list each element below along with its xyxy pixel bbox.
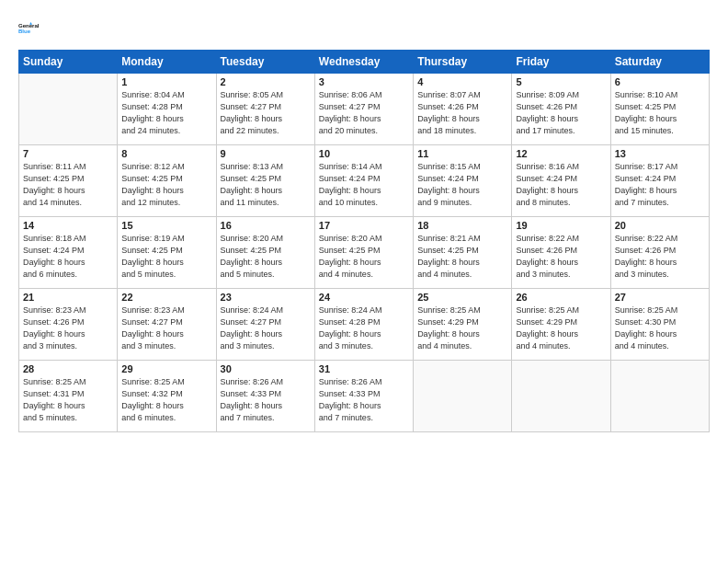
day-info: Sunrise: 8:25 AM Sunset: 4:30 PM Dayligh… bbox=[615, 304, 705, 352]
day-number: 23 bbox=[221, 292, 311, 303]
day-info: Sunrise: 8:10 AM Sunset: 4:25 PM Dayligh… bbox=[615, 89, 705, 137]
day-cell: 25Sunrise: 8:25 AM Sunset: 4:29 PM Dayli… bbox=[414, 289, 512, 361]
day-info: Sunrise: 8:06 AM Sunset: 4:27 PM Dayligh… bbox=[319, 89, 409, 137]
day-cell: 27Sunrise: 8:25 AM Sunset: 4:30 PM Dayli… bbox=[610, 289, 709, 361]
weekday-header-row: SundayMondayTuesdayWednesdayThursdayFrid… bbox=[19, 51, 710, 74]
day-info: Sunrise: 8:20 AM Sunset: 4:25 PM Dayligh… bbox=[221, 233, 311, 281]
day-number: 4 bbox=[417, 76, 507, 87]
day-cell: 22Sunrise: 8:23 AM Sunset: 4:27 PM Dayli… bbox=[118, 289, 216, 361]
day-cell: 17Sunrise: 8:20 AM Sunset: 4:25 PM Dayli… bbox=[314, 217, 413, 289]
day-number: 17 bbox=[319, 220, 409, 231]
day-cell: 11Sunrise: 8:15 AM Sunset: 4:24 PM Dayli… bbox=[414, 145, 512, 217]
day-info: Sunrise: 8:18 AM Sunset: 4:24 PM Dayligh… bbox=[23, 233, 113, 281]
day-number: 21 bbox=[23, 292, 113, 303]
day-info: Sunrise: 8:17 AM Sunset: 4:24 PM Dayligh… bbox=[615, 161, 705, 209]
day-cell: 6Sunrise: 8:10 AM Sunset: 4:25 PM Daylig… bbox=[610, 74, 709, 145]
day-cell bbox=[19, 74, 118, 145]
day-number: 10 bbox=[319, 148, 409, 159]
day-number: 8 bbox=[121, 148, 211, 159]
day-cell: 10Sunrise: 8:14 AM Sunset: 4:24 PM Dayli… bbox=[314, 145, 413, 217]
day-cell bbox=[512, 361, 610, 432]
day-info: Sunrise: 8:04 AM Sunset: 4:28 PM Dayligh… bbox=[121, 89, 211, 137]
day-cell: 20Sunrise: 8:22 AM Sunset: 4:26 PM Dayli… bbox=[610, 217, 709, 289]
day-info: Sunrise: 8:26 AM Sunset: 4:33 PM Dayligh… bbox=[221, 376, 311, 424]
day-cell: 26Sunrise: 8:25 AM Sunset: 4:29 PM Dayli… bbox=[512, 289, 610, 361]
day-number: 31 bbox=[319, 363, 409, 374]
week-row-2: 7Sunrise: 8:11 AM Sunset: 4:25 PM Daylig… bbox=[19, 145, 710, 217]
day-info: Sunrise: 8:24 AM Sunset: 4:27 PM Dayligh… bbox=[221, 304, 311, 352]
day-info: Sunrise: 8:22 AM Sunset: 4:26 PM Dayligh… bbox=[615, 233, 705, 281]
day-info: Sunrise: 8:25 AM Sunset: 4:29 PM Dayligh… bbox=[417, 304, 507, 352]
day-number: 6 bbox=[615, 76, 705, 87]
day-cell: 16Sunrise: 8:20 AM Sunset: 4:25 PM Dayli… bbox=[216, 217, 314, 289]
weekday-header-monday: Monday bbox=[118, 51, 216, 74]
day-number: 24 bbox=[319, 292, 409, 303]
day-number: 1 bbox=[121, 76, 211, 87]
day-number: 16 bbox=[221, 220, 311, 231]
day-number: 2 bbox=[221, 76, 311, 87]
week-row-5: 28Sunrise: 8:25 AM Sunset: 4:31 PM Dayli… bbox=[19, 361, 710, 432]
svg-text:Blue: Blue bbox=[18, 29, 31, 34]
day-cell: 3Sunrise: 8:06 AM Sunset: 4:27 PM Daylig… bbox=[314, 74, 413, 145]
day-number: 18 bbox=[417, 220, 507, 231]
day-cell: 7Sunrise: 8:11 AM Sunset: 4:25 PM Daylig… bbox=[19, 145, 118, 217]
day-info: Sunrise: 8:25 AM Sunset: 4:31 PM Dayligh… bbox=[23, 376, 113, 424]
day-cell: 30Sunrise: 8:26 AM Sunset: 4:33 PM Dayli… bbox=[216, 361, 314, 432]
day-info: Sunrise: 8:24 AM Sunset: 4:28 PM Dayligh… bbox=[319, 304, 409, 352]
day-number: 30 bbox=[221, 363, 311, 374]
day-number: 3 bbox=[319, 76, 409, 87]
weekday-header-thursday: Thursday bbox=[414, 51, 512, 74]
day-info: Sunrise: 8:13 AM Sunset: 4:25 PM Dayligh… bbox=[221, 161, 311, 209]
day-info: Sunrise: 8:14 AM Sunset: 4:24 PM Dayligh… bbox=[319, 161, 409, 209]
weekday-header-wednesday: Wednesday bbox=[314, 51, 413, 74]
day-cell: 18Sunrise: 8:21 AM Sunset: 4:25 PM Dayli… bbox=[414, 217, 512, 289]
day-info: Sunrise: 8:21 AM Sunset: 4:25 PM Dayligh… bbox=[417, 233, 507, 281]
day-cell: 15Sunrise: 8:19 AM Sunset: 4:25 PM Dayli… bbox=[118, 217, 216, 289]
day-number: 28 bbox=[23, 363, 113, 374]
weekday-header-friday: Friday bbox=[512, 51, 610, 74]
day-info: Sunrise: 8:05 AM Sunset: 4:27 PM Dayligh… bbox=[221, 89, 311, 137]
day-cell: 1Sunrise: 8:04 AM Sunset: 4:28 PM Daylig… bbox=[118, 74, 216, 145]
logo: General Blue bbox=[18, 15, 44, 40]
day-number: 11 bbox=[417, 148, 507, 159]
header: General Blue bbox=[18, 15, 710, 40]
day-cell: 14Sunrise: 8:18 AM Sunset: 4:24 PM Dayli… bbox=[19, 217, 118, 289]
day-info: Sunrise: 8:09 AM Sunset: 4:26 PM Dayligh… bbox=[516, 89, 606, 137]
day-number: 14 bbox=[23, 220, 113, 231]
day-number: 22 bbox=[121, 292, 211, 303]
day-cell: 8Sunrise: 8:12 AM Sunset: 4:25 PM Daylig… bbox=[118, 145, 216, 217]
day-info: Sunrise: 8:25 AM Sunset: 4:29 PM Dayligh… bbox=[516, 304, 606, 352]
day-cell: 21Sunrise: 8:23 AM Sunset: 4:26 PM Dayli… bbox=[19, 289, 118, 361]
day-cell: 24Sunrise: 8:24 AM Sunset: 4:28 PM Dayli… bbox=[314, 289, 413, 361]
day-info: Sunrise: 8:22 AM Sunset: 4:26 PM Dayligh… bbox=[516, 233, 606, 281]
day-info: Sunrise: 8:23 AM Sunset: 4:27 PM Dayligh… bbox=[121, 304, 211, 352]
day-cell: 5Sunrise: 8:09 AM Sunset: 4:26 PM Daylig… bbox=[512, 74, 610, 145]
day-cell: 19Sunrise: 8:22 AM Sunset: 4:26 PM Dayli… bbox=[512, 217, 610, 289]
weekday-header-sunday: Sunday bbox=[19, 51, 118, 74]
day-number: 5 bbox=[516, 76, 606, 87]
day-cell: 12Sunrise: 8:16 AM Sunset: 4:24 PM Dayli… bbox=[512, 145, 610, 217]
page: General Blue SundayMondayTuesdayWednesda… bbox=[0, 0, 728, 563]
day-number: 7 bbox=[23, 148, 113, 159]
calendar-table: SundayMondayTuesdayWednesdayThursdayFrid… bbox=[18, 50, 710, 432]
day-cell: 23Sunrise: 8:24 AM Sunset: 4:27 PM Dayli… bbox=[216, 289, 314, 361]
day-info: Sunrise: 8:07 AM Sunset: 4:26 PM Dayligh… bbox=[417, 89, 507, 137]
svg-text:General: General bbox=[18, 23, 40, 29]
day-cell bbox=[610, 361, 709, 432]
day-number: 19 bbox=[516, 220, 606, 231]
day-info: Sunrise: 8:20 AM Sunset: 4:25 PM Dayligh… bbox=[319, 233, 409, 281]
day-number: 29 bbox=[121, 363, 211, 374]
day-cell: 9Sunrise: 8:13 AM Sunset: 4:25 PM Daylig… bbox=[216, 145, 314, 217]
day-number: 13 bbox=[615, 148, 705, 159]
day-cell: 2Sunrise: 8:05 AM Sunset: 4:27 PM Daylig… bbox=[216, 74, 314, 145]
logo-icon: General Blue bbox=[18, 15, 44, 40]
day-info: Sunrise: 8:23 AM Sunset: 4:26 PM Dayligh… bbox=[23, 304, 113, 352]
day-info: Sunrise: 8:19 AM Sunset: 4:25 PM Dayligh… bbox=[121, 233, 211, 281]
day-cell: 31Sunrise: 8:26 AM Sunset: 4:33 PM Dayli… bbox=[314, 361, 413, 432]
weekday-header-tuesday: Tuesday bbox=[216, 51, 314, 74]
day-number: 25 bbox=[417, 292, 507, 303]
week-row-4: 21Sunrise: 8:23 AM Sunset: 4:26 PM Dayli… bbox=[19, 289, 710, 361]
day-cell: 28Sunrise: 8:25 AM Sunset: 4:31 PM Dayli… bbox=[19, 361, 118, 432]
day-cell bbox=[414, 361, 512, 432]
day-cell: 4Sunrise: 8:07 AM Sunset: 4:26 PM Daylig… bbox=[414, 74, 512, 145]
